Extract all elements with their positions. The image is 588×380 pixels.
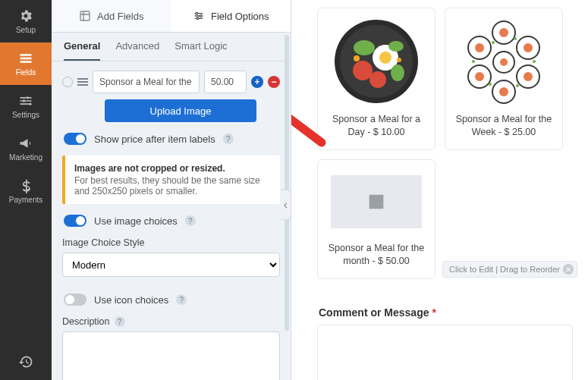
sidenav-payments[interactable]: Payments <box>0 170 52 212</box>
show-price-toggle[interactable] <box>64 133 86 145</box>
svg-point-41 <box>372 197 376 201</box>
svg-point-37 <box>533 60 536 63</box>
style-label: Image Choice Style <box>62 237 280 248</box>
close-icon[interactable]: ✕ <box>563 264 574 275</box>
subtab-general[interactable]: General <box>64 40 100 61</box>
card-label: Sponsor a Meal for aDay - $ 10.00 <box>332 113 420 139</box>
choice-card[interactable]: Sponsor a Meal for aDay - $ 10.00 <box>317 8 435 150</box>
subtab-smart[interactable]: Smart Logic <box>175 40 227 61</box>
image-info-box: Images are not cropped or resized. For b… <box>62 155 280 204</box>
meal-bowl-icon <box>331 16 422 107</box>
gear-icon <box>18 8 33 24</box>
svg-point-9 <box>197 17 199 20</box>
add-choice-button[interactable]: + <box>251 76 263 88</box>
sidenav: Setup Fields Settings Marketing Payments <box>0 0 52 380</box>
help-icon[interactable]: ? <box>115 316 125 327</box>
dollar-icon <box>18 178 33 193</box>
svg-point-24 <box>524 43 533 52</box>
sidenav-label: Settings <box>12 111 39 119</box>
use-image-label: Use image choices <box>94 215 178 227</box>
choice-card[interactable]: Sponsor a Meal for theWeek - $ 25.00 <box>445 8 563 150</box>
choice-label-input[interactable] <box>93 71 200 93</box>
choice-cards: Sponsor a Meal for aDay - $ 10.00 <box>317 8 573 279</box>
svg-rect-6 <box>80 11 90 20</box>
choice-card[interactable]: Sponsor a Meal for themonth - $ 50.00 <box>317 159 435 279</box>
svg-point-35 <box>492 41 495 44</box>
svg-point-32 <box>475 43 484 52</box>
tab-add-fields[interactable]: Add Fields <box>52 0 171 32</box>
megaphone-icon <box>18 136 33 151</box>
options-icon <box>193 10 205 22</box>
sidenav-label: Marketing <box>9 153 42 162</box>
card-image <box>458 16 549 107</box>
svg-point-36 <box>514 37 517 40</box>
use-image-toggle[interactable] <box>64 215 86 227</box>
svg-point-4 <box>23 99 25 102</box>
use-icon-toggle[interactable] <box>64 294 86 306</box>
form-icon <box>18 51 33 66</box>
panel-scroll[interactable]: + − Upload Image Show price after item l… <box>52 61 291 380</box>
help-icon[interactable]: ? <box>176 294 187 305</box>
svg-point-34 <box>500 58 508 66</box>
svg-point-8 <box>200 15 202 17</box>
svg-point-5 <box>29 103 31 105</box>
card-image <box>331 168 422 236</box>
form-preview: Sponsor a Meal for aDay - $ 10.00 <box>291 0 588 380</box>
sushi-ring-icon <box>458 16 549 107</box>
svg-point-30 <box>475 72 484 81</box>
svg-point-15 <box>369 71 386 88</box>
add-fields-icon <box>79 10 91 22</box>
svg-point-18 <box>391 64 404 81</box>
image-placeholder-icon <box>331 175 422 228</box>
sidenav-marketing[interactable]: Marketing <box>0 127 52 170</box>
tab-label: Add Fields <box>97 11 143 22</box>
options-panel: Add Fields Field Options General Advance… <box>52 0 291 380</box>
sidenav-settings[interactable]: Settings <box>0 85 52 127</box>
comment-textarea[interactable] <box>317 325 573 381</box>
use-icon-row: Use icon choices ? <box>64 294 278 306</box>
sliders-icon <box>18 93 33 108</box>
svg-point-19 <box>354 55 360 61</box>
svg-point-20 <box>397 58 401 62</box>
use-image-row: Use image choices ? <box>64 215 278 227</box>
svg-rect-1 <box>20 58 32 60</box>
info-title: Images are not cropped or resized. <box>74 163 271 174</box>
upload-image-button[interactable]: Upload Image <box>105 99 256 122</box>
panel-scrollbar[interactable] <box>285 35 289 331</box>
svg-point-26 <box>524 72 533 81</box>
sidenav-fields[interactable]: Fields <box>0 42 52 85</box>
sidenav-setup[interactable]: Setup <box>0 0 52 42</box>
radio-icon[interactable] <box>62 77 73 87</box>
sidenav-label: Payments <box>9 196 42 204</box>
show-price-row: Show price after item labels ? <box>64 133 278 145</box>
sidenav-history[interactable] <box>0 344 52 380</box>
svg-point-40 <box>472 60 475 63</box>
sidenav-label: Setup <box>16 26 36 34</box>
sub-tabs: General Advanced Smart Logic <box>52 33 291 61</box>
subtab-advanced[interactable]: Advanced <box>115 40 159 61</box>
reorder-hint[interactable]: Click to Edit | Drag to Reorder ✕ <box>442 261 577 278</box>
tab-field-options[interactable]: Field Options <box>171 0 291 32</box>
svg-point-17 <box>388 41 404 52</box>
help-icon[interactable]: ? <box>185 215 196 226</box>
svg-rect-2 <box>20 61 32 63</box>
comment-label: Comment or Message * <box>319 306 573 319</box>
top-tabs: Add Fields Field Options <box>52 0 291 33</box>
use-icon-label: Use icon choices <box>94 294 168 306</box>
help-icon[interactable]: ? <box>223 133 234 144</box>
choice-row: + − <box>62 71 280 93</box>
choice-price-input[interactable] <box>204 71 247 93</box>
drag-handle-icon[interactable] <box>77 78 88 86</box>
image-style-select[interactable]: Modern <box>62 253 280 277</box>
remove-choice-button[interactable]: − <box>268 76 280 88</box>
tab-label: Field Options <box>211 11 269 22</box>
history-icon <box>18 354 33 369</box>
card-label: Sponsor a Meal for theWeek - $ 25.00 <box>456 113 552 139</box>
collapse-panel-button[interactable]: ‹ <box>281 190 291 220</box>
svg-point-13 <box>379 52 391 64</box>
card-image <box>331 16 422 107</box>
svg-rect-0 <box>20 54 32 56</box>
svg-point-7 <box>196 12 198 14</box>
description-textarea[interactable] <box>62 331 280 380</box>
show-price-label: Show price after item labels <box>94 133 215 145</box>
